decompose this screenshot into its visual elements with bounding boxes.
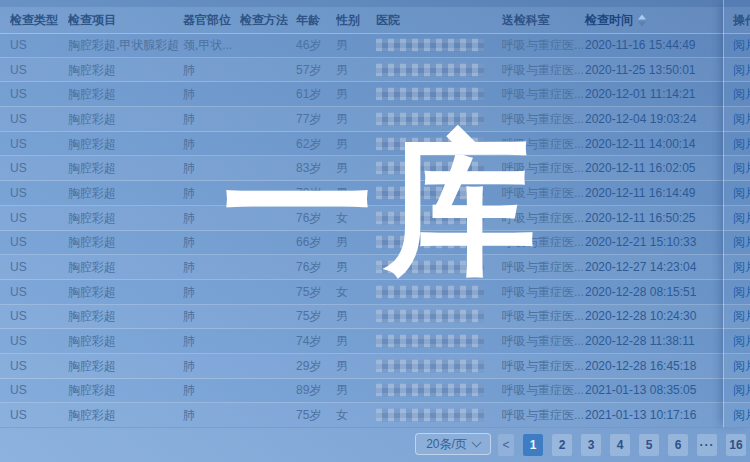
cell-dept: 呼吸与重症医... (502, 283, 583, 300)
cell-item: 胸腔彩超 (68, 234, 181, 251)
cell-time: 2020-12-01 11:14:21 (585, 87, 723, 101)
cell-organ: 肺 (183, 86, 237, 103)
page-button-16[interactable]: 16 (726, 434, 746, 456)
cell-type: US (10, 112, 62, 126)
column-header-time[interactable]: 检查时间 (585, 12, 723, 29)
cell-item: 胸腔彩超 (68, 86, 181, 103)
view-film-link[interactable]: 阅片 (733, 283, 750, 300)
table-row[interactable]: US胸腔彩超肺76岁男呼吸与重症医...2020-12-27 14:23:04阅… (0, 255, 750, 280)
table-row[interactable]: US胸腔彩超肺61岁男呼吸与重症医...2020-12-01 11:14:21阅… (0, 82, 750, 107)
table-row[interactable]: US胸腔彩超肺89岁男呼吸与重症医...2021-01-13 08:35:05阅… (0, 379, 750, 404)
cell-dept: 呼吸与重症医... (502, 61, 583, 78)
table-row[interactable]: US胸腔彩超肺78岁男呼吸与重症医...2020-12-11 16:14:49阅… (0, 181, 750, 206)
cell-time: 2020-12-04 19:03:24 (585, 112, 723, 126)
view-film-link[interactable]: 阅片 (733, 160, 750, 177)
cell-organ: 肺 (183, 110, 237, 127)
hospital-redacted-block (376, 186, 484, 199)
cell-age: 75岁 (296, 308, 338, 325)
table-row[interactable]: US胸腔彩超肺74岁男呼吸与重症医...2020-12-28 11:38:11阅… (0, 329, 750, 354)
cell-time: 2020-12-28 10:24:30 (585, 309, 723, 323)
cell-item: 胸腔彩超 (68, 209, 181, 226)
page-button-5[interactable]: 5 (639, 434, 659, 456)
table-row[interactable]: US胸腔彩超肺66岁男呼吸与重症医...2020-12-21 15:10:33阅… (0, 231, 750, 256)
cell-organ: 肺 (183, 382, 237, 399)
view-film-link[interactable]: 阅片 (733, 308, 750, 325)
cell-age: 76岁 (296, 209, 338, 226)
cell-age: 77岁 (296, 110, 338, 127)
cell-organ: 肺 (183, 283, 237, 300)
cell-item: 胸腔彩超 (68, 283, 181, 300)
view-film-link[interactable]: 阅片 (733, 61, 750, 78)
table-row[interactable]: US胸腔彩超肺77岁男呼吸与重症医...2020-12-04 19:03:24阅… (0, 107, 750, 132)
cell-type: US (10, 309, 62, 323)
prev-page-button[interactable]: < (498, 434, 514, 456)
cell-type: US (10, 235, 62, 249)
table-row[interactable]: US胸腔彩超肺75岁女呼吸与重症医...2021-01-13 10:17:16阅… (0, 403, 750, 428)
cell-age: 66岁 (296, 234, 338, 251)
cell-age: 78岁 (296, 184, 338, 201)
column-header-gender: 性别 (336, 12, 376, 29)
cell-age: 75岁 (296, 407, 338, 424)
table-row[interactable]: US胸腔彩超肺29岁男呼吸与重症医...2020-12-28 16:45:18阅… (0, 354, 750, 379)
table-row[interactable]: US胸腔彩超肺62岁男呼吸与重症医...2020-12-11 14:00:14阅… (0, 132, 750, 157)
page-button-2[interactable]: 2 (552, 434, 572, 456)
column-header-type: 检查类型 (10, 12, 62, 29)
view-film-link[interactable]: 阅片 (733, 333, 750, 350)
cell-dept: 呼吸与重症医... (502, 333, 583, 350)
table-row[interactable]: US胸腔彩超肺75岁女呼吸与重症医...2020-12-28 08:15:51阅… (0, 280, 750, 305)
table-row[interactable]: US胸腔彩超肺76岁女呼吸与重症医...2020-12-11 16:50:25阅… (0, 206, 750, 231)
cell-item: 胸腔彩超 (68, 184, 181, 201)
page-size-select[interactable]: 20条/页 (415, 433, 491, 455)
view-film-link[interactable]: 阅片 (733, 259, 750, 276)
view-film-link[interactable]: 阅片 (733, 382, 750, 399)
page-button-1[interactable]: 1 (523, 434, 543, 456)
column-header-hospital: 医院 (376, 12, 484, 29)
cell-time: 2021-01-13 10:17:16 (585, 408, 723, 422)
cell-organ: 肺 (183, 160, 237, 177)
cell-type: US (10, 186, 62, 200)
column-header-item: 检查项目 (68, 12, 181, 29)
page-button-3[interactable]: 3 (581, 434, 601, 456)
view-film-link[interactable]: 阅片 (733, 36, 750, 53)
table-row[interactable]: US胸腔彩超肺83岁男呼吸与重症医...2020-12-11 16:02:05阅… (0, 156, 750, 181)
cell-gender: 男 (336, 86, 376, 103)
table-row[interactable]: US胸腔彩超,甲状腺彩超颈,甲状...46岁男呼吸与重症医...2020-11-… (0, 33, 750, 58)
view-film-link[interactable]: 阅片 (733, 184, 750, 201)
hospital-redacted-block (376, 236, 484, 249)
cell-dept: 呼吸与重症医... (502, 382, 583, 399)
cell-dept: 呼吸与重症医... (502, 209, 583, 226)
view-film-link[interactable]: 阅片 (733, 86, 750, 103)
cell-time: 2020-12-28 08:15:51 (585, 285, 723, 299)
cell-item: 胸腔彩超 (68, 110, 181, 127)
column-header-method: 检查方法 (240, 12, 292, 29)
cell-gender: 男 (336, 382, 376, 399)
view-film-link[interactable]: 阅片 (733, 407, 750, 424)
cell-gender: 男 (336, 184, 376, 201)
view-film-link[interactable]: 阅片 (733, 135, 750, 152)
view-film-link[interactable]: 阅片 (733, 357, 750, 374)
cell-item: 胸腔彩超 (68, 308, 181, 325)
view-film-link[interactable]: 阅片 (733, 110, 750, 127)
cell-time: 2020-12-11 16:50:25 (585, 211, 723, 225)
cell-organ: 肺 (183, 407, 237, 424)
view-film-link[interactable]: 阅片 (733, 234, 750, 251)
page-button-6[interactable]: 6 (668, 434, 688, 456)
hospital-redacted-block (376, 409, 484, 422)
cell-organ: 肺 (183, 308, 237, 325)
cell-gender: 男 (336, 110, 376, 127)
cell-type: US (10, 63, 62, 77)
table-row[interactable]: US胸腔彩超肺57岁男呼吸与重症医...2020-11-25 13:50:01阅… (0, 58, 750, 83)
cell-dept: 呼吸与重症医... (502, 184, 583, 201)
cell-time: 2020-12-21 15:10:33 (585, 235, 723, 249)
cell-dept: 呼吸与重症医... (502, 160, 583, 177)
table-row[interactable]: US胸腔彩超肺75岁男呼吸与重症医...2020-12-28 10:24:30阅… (0, 305, 750, 330)
cell-item: 胸腔彩超 (68, 135, 181, 152)
cell-age: 61岁 (296, 86, 338, 103)
hospital-redacted-block (376, 359, 484, 372)
hospital-redacted-block (376, 310, 484, 323)
more-pages-button[interactable]: ··· (697, 434, 717, 456)
cell-organ: 肺 (183, 184, 237, 201)
page-button-4[interactable]: 4 (610, 434, 630, 456)
cell-age: 76岁 (296, 259, 338, 276)
view-film-link[interactable]: 阅片 (733, 209, 750, 226)
